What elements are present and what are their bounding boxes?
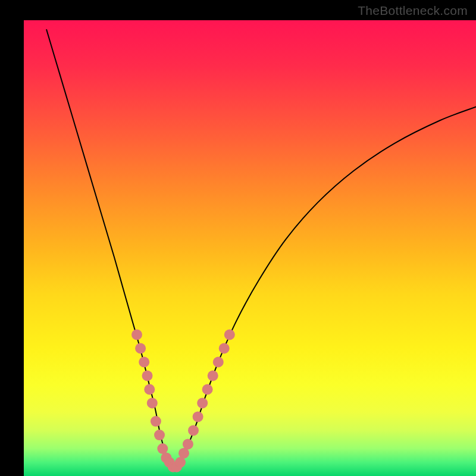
curve-marker — [131, 330, 142, 340]
curve-marker — [188, 425, 199, 436]
curve-marker — [197, 397, 208, 408]
curve-marker — [224, 330, 235, 340]
curve-marker — [144, 384, 155, 395]
curve-marker — [193, 411, 203, 422]
curve-marker — [151, 416, 161, 427]
plot-region — [24, 20, 476, 476]
curve-marker — [183, 439, 193, 449]
curve-marker — [175, 457, 186, 468]
chart-frame: TheBottleneck.com — [0, 0, 476, 476]
curve-marker — [202, 384, 213, 395]
watermark-text: TheBottleneck.com — [358, 4, 468, 18]
curve-marker — [147, 397, 158, 408]
curve-marker — [154, 430, 165, 440]
curve-marker — [142, 371, 153, 381]
chart-svg — [24, 20, 476, 476]
curve-marker — [213, 357, 224, 368]
curve-marker — [178, 448, 189, 459]
marker-group — [131, 330, 235, 472]
curve-marker — [157, 443, 168, 454]
curve-marker — [135, 343, 146, 354]
curve-marker — [208, 371, 218, 381]
bottleneck-curve-line — [46, 29, 476, 466]
curve-marker — [139, 357, 149, 368]
curve-marker — [219, 343, 230, 354]
